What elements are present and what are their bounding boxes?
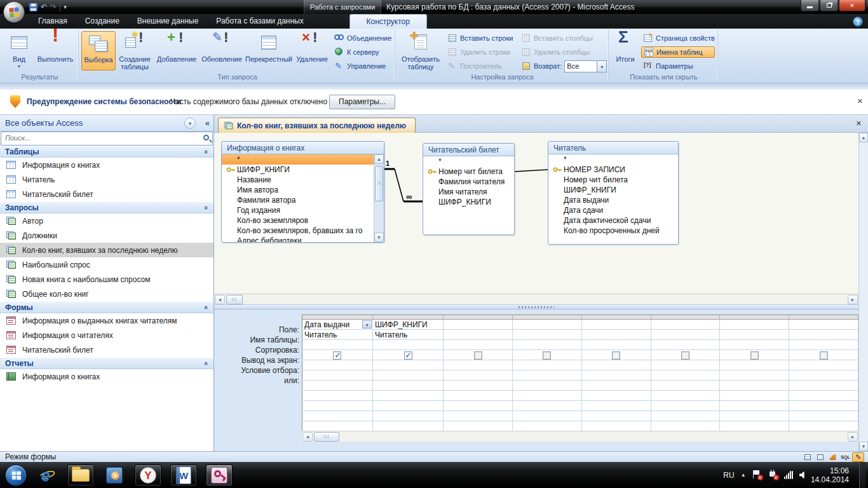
document-tab[interactable]: Кол-во книг, взявших за последнюю неделю [218, 118, 416, 133]
tab-konstruktor[interactable]: Конструктор [349, 14, 427, 29]
taskbar-word-icon[interactable]: W [170, 464, 197, 486]
section-collapse-icon[interactable]: « [203, 362, 210, 365]
scroll-down-icon[interactable]: ▼ [374, 233, 384, 242]
taskbar-yandex-browser-icon[interactable]: Y [135, 464, 161, 486]
nav-section-queries[interactable]: Запросы « [0, 201, 214, 214]
grid-empty-row[interactable] [302, 401, 858, 411]
scroll-right-icon[interactable]: ► [848, 432, 858, 442]
design-view-button[interactable]: ✎ [852, 452, 864, 462]
grid-empty-row[interactable] [302, 381, 858, 391]
show-checkbox-checked[interactable] [333, 351, 341, 360]
security-options-button[interactable]: Параметры... [329, 95, 395, 109]
field-row[interactable]: Дата фактической сдачи [548, 215, 678, 226]
document-vertical-scrollbar[interactable]: ▲ ▼ [858, 133, 868, 451]
field-row[interactable]: Кол-во просроченных дней [548, 226, 678, 236]
minimize-button[interactable] [801, 0, 819, 11]
grid-sort-row[interactable] [302, 340, 858, 350]
tray-expand-icon[interactable]: ▲ [741, 472, 746, 478]
crosstab-button[interactable]: Перекрестный [244, 31, 294, 71]
insert-rows-button[interactable]: Вставить строки [447, 32, 513, 44]
field-row[interactable]: Номер чит билета [548, 175, 678, 185]
field-row[interactable]: ШИФР_КНИГИ [548, 185, 678, 195]
document-close-icon[interactable]: ✕ [856, 119, 862, 128]
scrollbar-thumb[interactable] [314, 432, 339, 442]
message-bar-close-icon[interactable]: ✕ [857, 97, 863, 105]
show-checkbox-checked[interactable] [404, 351, 412, 360]
grid-empty-row[interactable] [302, 391, 858, 401]
pivot-view-button[interactable] [827, 452, 839, 462]
scroll-down-icon[interactable]: ▼ [859, 442, 868, 451]
property-sheet-button[interactable]: ➤ Страница свойств [643, 32, 715, 44]
nav-item-query[interactable]: Общее кол-во книг [0, 287, 214, 301]
network-signal-icon[interactable] [784, 471, 793, 479]
field-row-star[interactable]: * [423, 156, 514, 166]
show-checkbox[interactable] [820, 351, 828, 360]
tab-rabota-s-bazami[interactable]: Работа с базами данных [207, 14, 312, 29]
field-row-key[interactable]: Номер чит билета [423, 166, 514, 177]
close-button[interactable]: ✕ [839, 0, 865, 11]
restore-button[interactable] [820, 0, 838, 11]
nav-item-form[interactable]: Информация о выданных книгах читателям [0, 313, 214, 328]
nav-pane-header[interactable]: Все объекты Access ▾ « [0, 115, 214, 132]
taskbar-media-player-icon[interactable] [103, 464, 126, 486]
field-list-chitatelskiy-bilet[interactable]: Читательский билет * Номер чит билета Фа… [423, 143, 515, 235]
return-dropdown-icon[interactable]: ▾ [597, 60, 607, 72]
nav-item-form[interactable]: Информация о читателях [0, 328, 214, 342]
clock[interactable]: 15:06 14.04.2014 [811, 466, 853, 484]
show-checkbox[interactable] [612, 351, 620, 360]
field-row-star[interactable]: * [548, 154, 678, 165]
totals-button[interactable]: Σ Итоги [611, 31, 639, 63]
grid-show-row[interactable] [302, 350, 858, 360]
scroll-up-icon[interactable]: ▲ [374, 154, 384, 164]
nav-menu-dropdown-icon[interactable]: ▾ [184, 118, 196, 129]
field-row[interactable]: Фамилия читателя [423, 177, 514, 187]
nav-section-forms[interactable]: Формы « [0, 301, 214, 313]
show-checkbox[interactable] [543, 351, 551, 360]
grid-column-selectors[interactable] [302, 315, 858, 320]
tab-sozdanie[interactable]: Создание [76, 14, 128, 29]
grid-horizontal-scrollbar[interactable]: ◄ ► [302, 431, 858, 442]
select-query-button[interactable]: Выборка [81, 31, 116, 71]
datasheet-view-button[interactable] [814, 452, 826, 462]
field-row-key[interactable]: НОМЕР ЗАПИСИ [548, 165, 678, 175]
nav-search-box[interactable]: Поиск... [1, 132, 213, 146]
taskbar-internet-explorer-icon[interactable]: e [36, 464, 58, 486]
nav-item-table[interactable]: Информация о книгах [0, 158, 214, 172]
field-row[interactable]: Адрес библиотеки [222, 236, 374, 242]
nav-item-query[interactable]: Новая книга с наибольшим спросом [0, 272, 214, 287]
scroll-left-icon[interactable]: ◄ [302, 432, 313, 442]
pass-through-button[interactable]: К серверу [334, 46, 391, 58]
scroll-up-icon[interactable]: ▲ [859, 133, 868, 142]
return-value[interactable]: Все [564, 60, 597, 72]
qat-customize-icon[interactable]: ▾ [64, 4, 67, 10]
field-row-star[interactable]: * [222, 154, 374, 165]
field-row[interactable]: Дата выдачи [548, 195, 678, 205]
field-row[interactable]: Фамилия автора [222, 195, 374, 205]
start-button[interactable] [5, 464, 27, 486]
show-checkbox[interactable] [474, 351, 482, 360]
nav-item-query-selected[interactable]: Кол-во книг, взявших за последнюю неделю [0, 243, 214, 257]
field-row[interactable]: Имя читателя [423, 187, 514, 197]
field-list-chitatel[interactable]: Читатель * НОМЕР ЗАПИСИ Номер чит билета… [548, 141, 679, 245]
nav-item-table[interactable]: Читатель [0, 172, 214, 187]
field-row[interactable]: Год издания [222, 205, 374, 215]
save-icon[interactable] [29, 3, 37, 11]
view-button[interactable]: Вид ▾ [3, 31, 36, 71]
field-list-scrollbar[interactable]: ▲ ▼ [374, 154, 384, 242]
make-table-button[interactable]: ✱ ! Создание таблицы [116, 31, 154, 71]
nav-collapse-icon[interactable]: « [205, 118, 210, 128]
grid-or-row[interactable] [302, 370, 858, 381]
grid-table-row[interactable]: Читатель Читатель [302, 330, 858, 340]
field-row[interactable]: Дата сдачи [548, 205, 678, 215]
office-button[interactable] [3, 1, 25, 23]
pane-splitter[interactable] [214, 304, 858, 309]
grid-empty-row[interactable] [302, 421, 858, 431]
data-definition-button[interactable]: ✎ Управление [334, 60, 391, 72]
field-dropdown-icon[interactable]: ▾ [362, 320, 372, 329]
table-names-button[interactable]: xyz Имена таблиц [641, 46, 715, 58]
show-checkbox[interactable] [681, 351, 689, 360]
scrollbar-thumb[interactable] [375, 166, 383, 201]
nav-item-query[interactable]: Наибольший спрос [0, 257, 214, 272]
section-collapse-icon[interactable]: « [203, 150, 210, 154]
power-icon[interactable]: ✕ [768, 470, 778, 480]
